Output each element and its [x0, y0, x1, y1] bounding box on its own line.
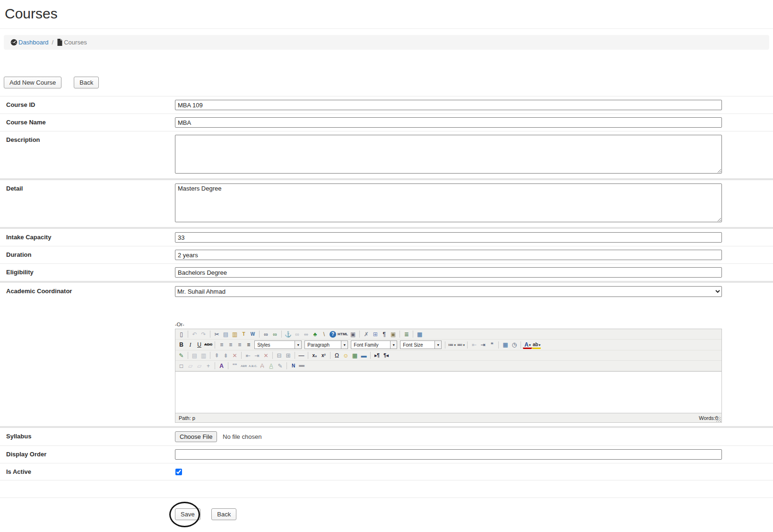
styles-select[interactable]: Styles▾: [254, 340, 302, 349]
undo-icon[interactable]: ↶: [190, 330, 199, 338]
copy-icon[interactable]: ▤: [221, 330, 230, 338]
breadcrumb-dashboard[interactable]: Dashboard: [10, 39, 49, 46]
choose-file-button[interactable]: Choose File: [175, 431, 217, 442]
breadcrumb-dashboard-link[interactable]: Dashboard: [18, 39, 49, 46]
image-icon[interactable]: ♣: [311, 330, 320, 338]
back-button-top[interactable]: Back: [74, 77, 99, 88]
duration-input[interactable]: [175, 250, 722, 260]
highlight-color-icon[interactable]: ab▾: [532, 342, 541, 349]
redo-icon[interactable]: ↷: [199, 330, 208, 338]
nonbreaking-space-icon[interactable]: N: [289, 362, 298, 370]
remove-formatting-icon[interactable]: ✗: [362, 330, 371, 338]
find-replace-icon[interactable]: ∞: [270, 330, 279, 338]
fullscreen-icon[interactable]: ▦: [415, 330, 424, 338]
insert-table-icon[interactable]: ⊞: [371, 330, 380, 338]
citation-icon[interactable]: "": [230, 362, 239, 370]
acronym-icon[interactable]: A.B.C.: [248, 362, 258, 370]
horizontal-rule-icon[interactable]: —: [297, 351, 306, 359]
description-textarea[interactable]: [175, 135, 722, 174]
bullet-list-icon[interactable]: ≔▾: [447, 341, 456, 349]
insert-column-before-icon[interactable]: ⇤: [243, 351, 252, 359]
page-header: Courses: [0, 0, 773, 29]
display-order-input[interactable]: [175, 449, 722, 460]
link-icon[interactable]: ∞: [293, 330, 302, 338]
save-button[interactable]: Save: [175, 508, 200, 520]
eligibility-input[interactable]: [175, 267, 722, 278]
special-character-icon[interactable]: Ω: [332, 351, 341, 359]
editor-resize-grip[interactable]: [716, 417, 721, 422]
right-to-left-icon[interactable]: ¶◂: [382, 351, 391, 359]
paste-from-word-icon[interactable]: W: [248, 330, 257, 338]
numbered-list-icon[interactable]: ≕▾: [456, 341, 465, 349]
absolute-position-icon[interactable]: +: [204, 362, 213, 370]
detail-textarea[interactable]: Masters Degree: [175, 183, 722, 222]
text-color-icon[interactable]: A▾: [523, 342, 532, 349]
edit-style-icon[interactable]: ✎: [177, 351, 186, 359]
editor-content-area[interactable]: [175, 371, 721, 413]
bold-icon[interactable]: B: [177, 341, 186, 349]
insert-row-before-icon[interactable]: ⇞: [212, 351, 221, 359]
preview-page-icon[interactable]: ▣: [348, 330, 357, 338]
outdent-icon[interactable]: ⇤: [469, 341, 478, 349]
align-left-icon[interactable]: ≡: [217, 341, 226, 349]
page-break-icon[interactable]: ∥: [298, 361, 306, 370]
back-button-bottom[interactable]: Back: [211, 508, 236, 520]
insertion-icon[interactable]: A: [267, 362, 276, 370]
attributes-icon[interactable]: ✎: [276, 362, 285, 370]
paragraph-select[interactable]: Paragraph▾: [304, 340, 348, 349]
insert-row-after-icon[interactable]: ⇟: [221, 351, 230, 359]
is-active-checkbox[interactable]: [175, 469, 182, 475]
abbreviation-icon[interactable]: ABR: [239, 362, 248, 370]
preview-icon[interactable]: ▣: [389, 330, 398, 338]
underline-icon[interactable]: U: [195, 341, 204, 349]
course-name-input[interactable]: [175, 117, 722, 128]
strikethrough-icon[interactable]: ABC: [204, 341, 213, 349]
html-source-icon[interactable]: HTML: [337, 330, 348, 338]
insert-column-after-icon[interactable]: ⇥: [252, 351, 261, 359]
style-properties-icon[interactable]: A: [217, 362, 226, 370]
insert-date-icon[interactable]: ▦: [501, 341, 510, 349]
add-new-course-button[interactable]: Add New Course: [4, 77, 61, 88]
split-cells-icon[interactable]: ⊟: [275, 351, 284, 359]
subscript-icon[interactable]: x₂: [310, 351, 319, 359]
deletion-icon[interactable]: A: [258, 362, 267, 370]
cleanup-icon[interactable]: \: [320, 330, 329, 338]
font-size-select[interactable]: Font Size▾: [400, 340, 442, 349]
find-icon[interactable]: ∞: [261, 330, 270, 338]
cut-icon[interactable]: ✂: [212, 330, 221, 338]
italic-icon[interactable]: I: [186, 341, 195, 349]
media-icon[interactable]: ▦: [350, 351, 359, 359]
insert-layer-icon[interactable]: □: [177, 362, 186, 370]
unlink-icon[interactable]: ∞: [302, 330, 311, 338]
font-family-select[interactable]: Font Family▾: [351, 340, 397, 349]
merge-cells-icon[interactable]: ⊞: [284, 351, 293, 359]
visual-aid-icon[interactable]: ¶: [380, 330, 389, 338]
anchor-icon[interactable]: ⚓: [284, 330, 293, 338]
intake-capacity-input[interactable]: [175, 232, 722, 243]
delete-row-icon[interactable]: ✕: [230, 351, 239, 359]
course-id-input[interactable]: [175, 100, 722, 110]
new-document-icon[interactable]: ▯: [177, 330, 186, 338]
indent-icon[interactable]: ⇥: [478, 341, 487, 349]
table-cell-properties-icon[interactable]: ▥: [199, 351, 208, 359]
blockquote-icon[interactable]: “: [487, 341, 496, 349]
align-right-icon[interactable]: ≡: [235, 341, 244, 349]
align-justify-icon[interactable]: ≡: [244, 341, 253, 349]
align-center-icon[interactable]: ≡: [226, 341, 235, 349]
delete-column-icon[interactable]: ✕: [261, 351, 270, 359]
print-icon[interactable]: ≣: [402, 330, 411, 338]
toolbar-separator: [210, 352, 210, 359]
move-forward-icon[interactable]: ▱: [186, 362, 195, 370]
academic-coordinator-select[interactable]: Mr. Suhail Ahmad: [175, 286, 722, 297]
move-backward-icon[interactable]: ▱: [195, 362, 204, 370]
table-row-properties-icon[interactable]: ▤: [190, 351, 199, 359]
paste-as-text-icon[interactable]: T: [239, 330, 248, 338]
paste-icon[interactable]: ▥: [230, 330, 239, 338]
flash-icon[interactable]: ▬: [359, 351, 368, 359]
emoticons-icon[interactable]: ☺: [341, 351, 350, 359]
academic-coordinator-row: Academic Coordinator Mr. Suhail Ahmad -O…: [0, 281, 773, 426]
superscript-icon[interactable]: x²: [319, 351, 328, 359]
help-icon[interactable]: ?: [330, 331, 336, 338]
left-to-right-icon[interactable]: ▸¶: [373, 351, 382, 359]
insert-time-icon[interactable]: ◷: [510, 341, 519, 349]
